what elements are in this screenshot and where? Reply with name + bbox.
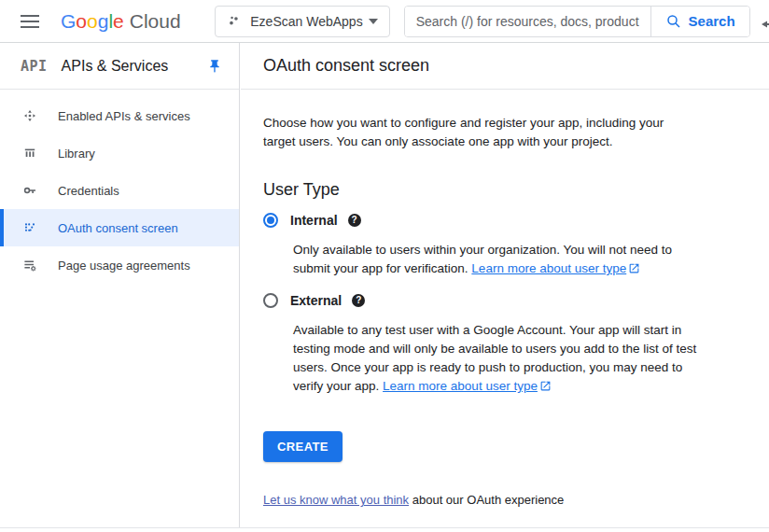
main-content: OAuth consent screen Choose how you want… bbox=[241, 43, 769, 532]
google-logo-letter: G bbox=[61, 10, 76, 33]
sidebar-item-enabled-apis[interactable]: Enabled APIs & services bbox=[0, 97, 239, 134]
search-button[interactable]: Search bbox=[650, 7, 749, 36]
sidebar: API APIs & Services Enabled APIs & servi… bbox=[0, 43, 240, 527]
project-name: EzeScan WebApps bbox=[250, 14, 362, 29]
consent-screen-icon bbox=[22, 220, 37, 235]
page-title: OAuth consent screen bbox=[241, 43, 769, 90]
sidebar-item-label: OAuth consent screen bbox=[58, 221, 178, 235]
feedback-text: Let us know what you think about our OAu… bbox=[263, 493, 769, 507]
api-product-logo: API bbox=[21, 58, 48, 75]
menu-icon[interactable] bbox=[21, 11, 39, 32]
external-radio[interactable] bbox=[263, 293, 278, 308]
apis-dashboard-icon bbox=[22, 108, 37, 123]
chevron-down-icon bbox=[369, 19, 378, 24]
learn-more-link[interactable]: Learn more about user type bbox=[471, 261, 626, 275]
truncated-toolbar-icon[interactable] bbox=[760, 17, 769, 34]
pin-icon[interactable] bbox=[207, 59, 222, 74]
search-input[interactable] bbox=[405, 7, 650, 36]
google-logo-letter: e bbox=[113, 10, 124, 33]
google-cloud-logo[interactable]: Google Cloud bbox=[61, 10, 181, 33]
sidebar-item-credentials[interactable]: Credentials bbox=[0, 172, 239, 209]
search-button-label: Search bbox=[689, 13, 735, 29]
sidebar-item-oauth-consent-screen[interactable]: OAuth consent screen bbox=[0, 209, 239, 246]
project-selector[interactable]: EzeScan WebApps bbox=[215, 6, 390, 37]
internal-description: Only available to users within your orga… bbox=[293, 241, 769, 278]
search-icon bbox=[665, 13, 682, 30]
google-logo-letter: g bbox=[98, 10, 109, 33]
sidebar-title: APIs & Services bbox=[62, 58, 207, 75]
feedback-link[interactable]: Let us know what you think bbox=[263, 493, 409, 507]
cloud-logo-text: Cloud bbox=[130, 10, 181, 33]
agreements-icon bbox=[22, 258, 37, 273]
learn-more-link[interactable]: Learn more about user type bbox=[383, 379, 538, 393]
sidebar-item-library[interactable]: Library bbox=[0, 134, 239, 172]
project-icon bbox=[227, 12, 241, 30]
create-button[interactable]: CREATE bbox=[263, 431, 343, 462]
external-description: Available to any test user with a Google… bbox=[293, 321, 769, 396]
top-app-bar: Google Cloud EzeScan WebApps Search bbox=[0, 0, 769, 43]
internal-radio[interactable] bbox=[263, 213, 278, 228]
key-icon bbox=[22, 183, 37, 198]
sidebar-item-label: Page usage agreements bbox=[58, 259, 190, 273]
library-icon bbox=[22, 146, 37, 161]
help-icon[interactable]: ? bbox=[348, 214, 361, 227]
sidebar-item-label: Library bbox=[58, 147, 95, 161]
radio-option-internal: Internal ? bbox=[263, 213, 769, 228]
external-link-icon bbox=[628, 262, 640, 274]
sidebar-nav: Enabled APIs & services Library Credenti… bbox=[0, 90, 239, 284]
google-logo-letter: o bbox=[76, 10, 87, 33]
google-logo-letter: o bbox=[87, 10, 98, 33]
help-icon[interactable]: ? bbox=[352, 294, 365, 307]
sidebar-header: API APIs & Services bbox=[0, 43, 239, 90]
bottom-divider bbox=[0, 527, 769, 528]
user-type-heading: User Type bbox=[263, 179, 769, 200]
external-label[interactable]: External bbox=[290, 293, 342, 308]
sidebar-item-label: Enabled APIs & services bbox=[58, 109, 190, 123]
radio-option-external: External ? bbox=[263, 293, 769, 308]
sidebar-item-label: Credentials bbox=[58, 184, 119, 198]
external-link-icon bbox=[539, 380, 552, 392]
search-bar: Search bbox=[404, 6, 750, 37]
intro-text: Choose how you want to configure and reg… bbox=[263, 114, 769, 151]
internal-label[interactable]: Internal bbox=[290, 213, 338, 228]
sidebar-item-page-usage-agreements[interactable]: Page usage agreements bbox=[0, 246, 239, 284]
